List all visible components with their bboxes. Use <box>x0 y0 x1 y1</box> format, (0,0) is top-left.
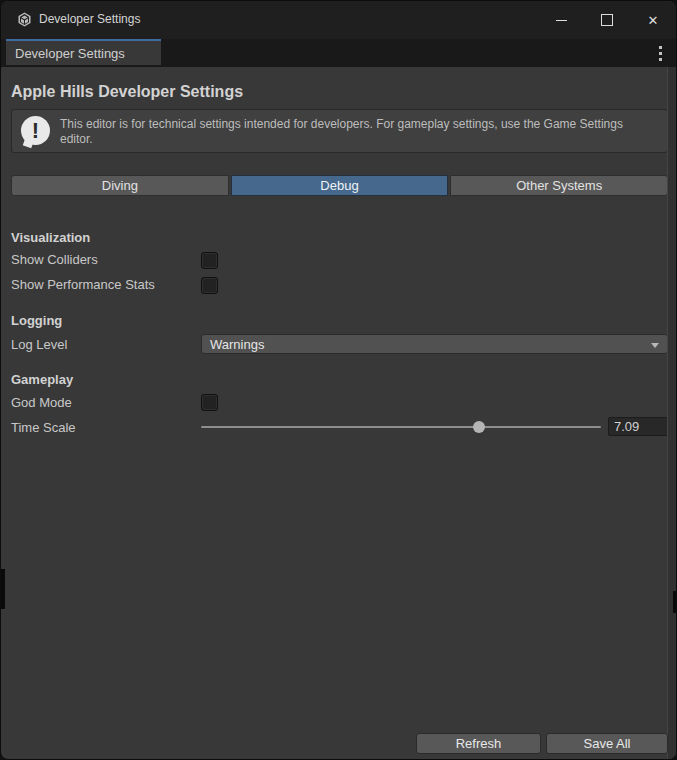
section-title-gameplay: Gameplay <box>11 372 73 387</box>
help-box-text: This editor is for technical settings in… <box>60 117 655 147</box>
window-edge-artifact <box>1 569 5 609</box>
tab-label: Developer Settings <box>15 46 125 61</box>
mode-tab-diving[interactable]: Diving <box>11 175 229 196</box>
section-title-visualization: Visualization <box>11 230 90 245</box>
show-performance-stats-label: Show Performance Stats <box>11 277 155 292</box>
window-controls: ✕ <box>538 1 676 39</box>
time-scale-value: 7.09 <box>614 419 639 434</box>
time-scale-slider[interactable] <box>201 426 601 428</box>
refresh-button[interactable]: Refresh <box>416 733 541 754</box>
time-scale-label: Time Scale <box>11 420 76 435</box>
close-icon: ✕ <box>648 14 659 27</box>
page-title: Apple Hills Developer Settings <box>11 83 243 101</box>
tab-menu-button[interactable] <box>659 46 662 61</box>
log-level-value: Warnings <box>210 337 264 352</box>
minimize-button[interactable] <box>538 1 584 39</box>
time-scale-value-field[interactable]: 7.09 <box>608 417 669 436</box>
log-level-label: Log Level <box>11 337 67 352</box>
scrollbar-gutter[interactable] <box>667 67 676 759</box>
mode-tab-debug[interactable]: Debug <box>231 175 449 196</box>
kebab-dot <box>659 46 662 49</box>
show-colliders-checkbox[interactable] <box>201 252 218 269</box>
section-title-logging: Logging <box>11 313 62 328</box>
minimize-icon <box>556 20 567 21</box>
unity-logo-icon <box>16 11 33 28</box>
mode-tab-other-systems[interactable]: Other Systems <box>450 175 668 196</box>
warning-bubble-icon: ! <box>21 116 52 147</box>
show-colliders-label: Show Colliders <box>11 252 98 267</box>
window-title: Developer Settings <box>39 12 140 26</box>
kebab-dot <box>659 52 662 55</box>
time-scale-slider-handle[interactable] <box>473 421 485 433</box>
maximize-icon <box>601 14 613 26</box>
show-performance-stats-checkbox[interactable] <box>201 277 218 294</box>
close-button[interactable]: ✕ <box>630 1 676 39</box>
log-level-dropdown[interactable]: Warnings <box>201 334 668 354</box>
window-edge-artifact <box>673 591 676 613</box>
god-mode-checkbox[interactable] <box>201 394 218 411</box>
kebab-dot <box>659 58 662 61</box>
god-mode-label: God Mode <box>11 395 72 410</box>
developer-settings-window: Developer Settings ✕ Developer Settings … <box>0 0 677 760</box>
editor-tab-bar: Developer Settings <box>1 39 676 67</box>
tab-developer-settings[interactable]: Developer Settings <box>6 39 161 65</box>
mode-toolbar: Diving Debug Other Systems <box>11 175 668 196</box>
help-box: ! This editor is for technical settings … <box>11 109 668 153</box>
title-bar[interactable]: Developer Settings ✕ <box>1 1 676 39</box>
maximize-button[interactable] <box>584 1 630 39</box>
save-all-button[interactable]: Save All <box>546 733 668 754</box>
chevron-down-icon <box>651 343 659 348</box>
